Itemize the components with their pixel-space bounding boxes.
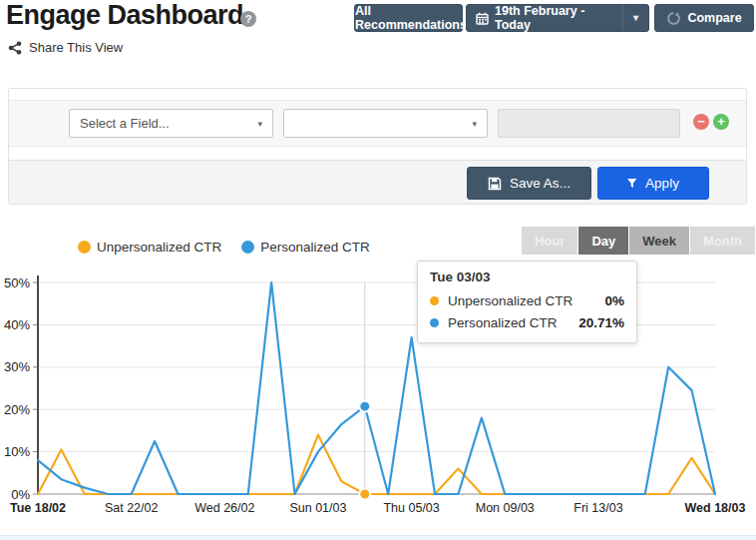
svg-text:20%: 20% (4, 402, 30, 417)
date-range-button[interactable]: 19th February - Today ▾ (466, 4, 649, 32)
field-select[interactable]: Select a Field... ▾ (69, 109, 273, 138)
svg-text:Tue 18/02: Tue 18/02 (10, 501, 66, 515)
operator-select[interactable]: ▾ (283, 109, 488, 138)
tooltip-series-label: Personalized CTR (448, 315, 558, 330)
save-as-label: Save As... (510, 176, 570, 191)
personalized-ctr-dot-icon (241, 241, 254, 254)
page-title: Engage Dashboard (6, 0, 243, 31)
next-section-edge (0, 535, 756, 540)
granularity-hour-button[interactable]: Hour (522, 227, 577, 255)
help-icon[interactable]: ? (240, 11, 256, 27)
unpersonalized-ctr-dot-icon (430, 296, 439, 305)
svg-text:Wed 26/02: Wed 26/02 (194, 501, 254, 515)
calendar-icon (476, 12, 489, 25)
date-range-dropdown-toggle[interactable]: ▾ (622, 5, 648, 31)
all-recommendations-label: All Recommendations (355, 4, 467, 32)
legend-label: Unpersonalized CTR (97, 240, 221, 255)
history-icon (666, 11, 681, 26)
filter-funnel-icon (339, 13, 349, 23)
field-select-value: Select a Field... (80, 116, 170, 131)
filter-panel-footer: Save As... Apply (9, 160, 746, 204)
svg-text:Thu 05/03: Thu 05/03 (383, 501, 439, 515)
unpersonalized-ctr-dot-icon (78, 241, 91, 254)
legend-item-personalized-ctr[interactable]: Personalized CTR (241, 240, 370, 255)
granularity-day-button[interactable]: Day (578, 227, 628, 255)
ctr-line-chart[interactable]: 0%10%20%30%40%50%Tue 18/02Sat 22/02Wed 2… (0, 270, 756, 521)
svg-text:Mon 09/03: Mon 09/03 (476, 501, 535, 515)
filter-value-input (498, 109, 680, 138)
tooltip-series-label: Unpersonalized CTR (448, 293, 572, 308)
compare-label: Compare (687, 11, 741, 25)
svg-text:Sun 01/03: Sun 01/03 (289, 501, 346, 515)
legend-label: Personalized CTR (260, 240, 370, 255)
chevron-down-icon: ▾ (472, 119, 477, 129)
svg-text:30%: 30% (4, 359, 30, 374)
floppy-disk-icon (488, 177, 502, 191)
svg-text:50%: 50% (4, 275, 30, 290)
personalized-ctr-dot-icon (430, 318, 439, 327)
svg-text:40%: 40% (4, 317, 30, 332)
svg-text:0%: 0% (11, 487, 30, 502)
chart-legend: Unpersonalized CTR Personalized CTR (78, 240, 370, 255)
legend-item-unpersonalized-ctr[interactable]: Unpersonalized CTR (78, 240, 221, 255)
svg-text:Fri 13/03: Fri 13/03 (573, 501, 622, 515)
tooltip-date: Tue 03/03 (430, 270, 624, 284)
compare-button[interactable]: Compare (654, 4, 754, 32)
svg-text:10%: 10% (4, 444, 30, 459)
tooltip-series-value: 20.71% (578, 315, 624, 330)
all-recommendations-button[interactable]: All Recommendations ▾ (354, 4, 463, 32)
svg-text:Sat 22/02: Sat 22/02 (105, 501, 159, 515)
chevron-down-icon: ▾ (257, 119, 262, 129)
tooltip-row: Personalized CTR 20.71% (430, 311, 624, 333)
granularity-week-button[interactable]: Week (629, 227, 689, 255)
share-this-view-label: Share This View (29, 40, 123, 55)
save-as-button[interactable]: Save As... (467, 167, 591, 200)
remove-filter-button[interactable]: − (693, 114, 709, 130)
svg-text:Wed 18/03: Wed 18/03 (685, 501, 746, 515)
add-filter-button[interactable]: + (713, 114, 729, 130)
filter-panel: Select a Field... ▾ ▾ − + Save As... (8, 88, 747, 205)
date-range-label: 19th February - Today (495, 4, 616, 32)
chevron-down-icon: ▾ (633, 13, 638, 23)
apply-button[interactable]: Apply (597, 167, 709, 200)
share-this-view-link[interactable]: Share This View (8, 40, 123, 55)
tooltip-row: Unpersonalized CTR 0% (430, 289, 624, 311)
tooltip-series-value: 0% (604, 293, 624, 308)
share-icon (8, 41, 22, 55)
engage-dashboard-page: Engage Dashboard ? All Recommendations ▾… (0, 0, 756, 540)
granularity-button-group: Hour Day Week Month (522, 227, 755, 255)
granularity-month-button[interactable]: Month (690, 227, 755, 255)
filter-funnel-icon (627, 179, 637, 189)
chart-tooltip: Tue 03/03 Unpersonalized CTR 0% Personal… (417, 261, 637, 343)
apply-label: Apply (645, 176, 679, 191)
